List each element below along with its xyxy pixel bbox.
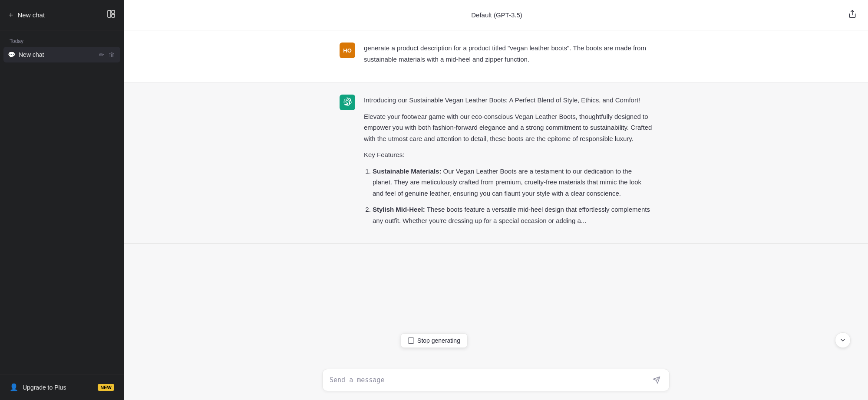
feature-item-2: Stylish Mid-Heel: These boots feature a … [373, 204, 652, 226]
user-avatar-text: HO [343, 47, 352, 54]
topbar: Default (GPT-3.5) [124, 0, 868, 30]
feature-1-title: Sustainable Materials: [373, 167, 441, 175]
sidebar-header: + New chat [0, 0, 124, 30]
history-item-left: 💬 New chat [8, 51, 98, 58]
stop-icon [408, 338, 414, 344]
assistant-message-block: Introducing our Sustainable Vegan Leathe… [124, 82, 868, 244]
feature-2-title: Stylish Mid-Heel: [373, 206, 425, 213]
user-message-content: generate a product description for a pro… [364, 43, 652, 70]
chatgpt-icon [343, 97, 352, 108]
edit-chat-button[interactable]: ✏ [98, 50, 106, 59]
history-item[interactable]: 💬 New chat ✏ 🗑 [3, 47, 120, 62]
delete-chat-button[interactable]: 🗑 [107, 50, 116, 59]
plus-icon: + [9, 11, 13, 19]
stop-generating-label: Stop generating [417, 337, 460, 344]
layout-icon [107, 10, 115, 20]
main-panel: Default (GPT-3.5) HO generate a product … [124, 0, 868, 400]
new-badge: NEW [98, 384, 114, 391]
chat-bubble-icon: 💬 [8, 51, 15, 58]
history-item-actions: ✏ 🗑 [98, 50, 116, 59]
user-message-block: HO generate a product description for a … [124, 30, 868, 82]
sidebar: + New chat Today 💬 New chat ✏ 🗑 [0, 0, 124, 400]
svg-rect-0 [108, 10, 111, 17]
sidebar-layout-button[interactable] [104, 7, 119, 23]
upgrade-label: Upgrade to Plus [23, 384, 66, 391]
assistant-message-content: Introducing our Sustainable Vegan Leathe… [364, 95, 652, 231]
message-input[interactable] [330, 375, 651, 385]
assistant-paragraph1: Elevate your footwear game with our eco-… [364, 111, 652, 144]
user-message-text: generate a product description for a pro… [364, 43, 652, 65]
history-item-label: New chat [19, 51, 44, 58]
svg-rect-1 [112, 10, 115, 13]
svg-rect-2 [112, 14, 115, 17]
stop-generating-container: Stop generating [400, 333, 468, 348]
assistant-features-list: Sustainable Materials: Our Vegan Leather… [364, 166, 652, 226]
stop-generating-button[interactable]: Stop generating [400, 333, 468, 348]
input-area [124, 364, 868, 400]
feature-item-1: Sustainable Materials: Our Vegan Leather… [373, 166, 652, 199]
assistant-avatar [340, 95, 355, 110]
assistant-features-label: Key Features: [364, 149, 652, 161]
new-chat-button[interactable]: + New chat [5, 9, 104, 22]
user-avatar: HO [340, 43, 355, 58]
section-label-today: Today [3, 32, 120, 47]
model-label: Default (GPT-3.5) [148, 11, 845, 19]
share-button[interactable] [845, 7, 859, 23]
chat-area: HO generate a product description for a … [124, 30, 868, 364]
send-button[interactable] [651, 374, 662, 386]
assistant-message-inner: Introducing our Sustainable Vegan Leathe… [322, 95, 670, 231]
assistant-intro: Introducing our Sustainable Vegan Leathe… [364, 95, 652, 106]
user-message-inner: HO generate a product description for a … [322, 43, 670, 70]
chat-history: Today 💬 New chat ✏ 🗑 [0, 30, 124, 374]
upgrade-to-plus-button[interactable]: 👤 Upgrade to Plus NEW [5, 380, 119, 395]
user-icon: 👤 [10, 383, 18, 391]
sidebar-footer: 👤 Upgrade to Plus NEW [0, 374, 124, 400]
input-container [322, 369, 670, 391]
scroll-down-button[interactable] [835, 332, 851, 348]
new-chat-label: New chat [18, 11, 45, 19]
